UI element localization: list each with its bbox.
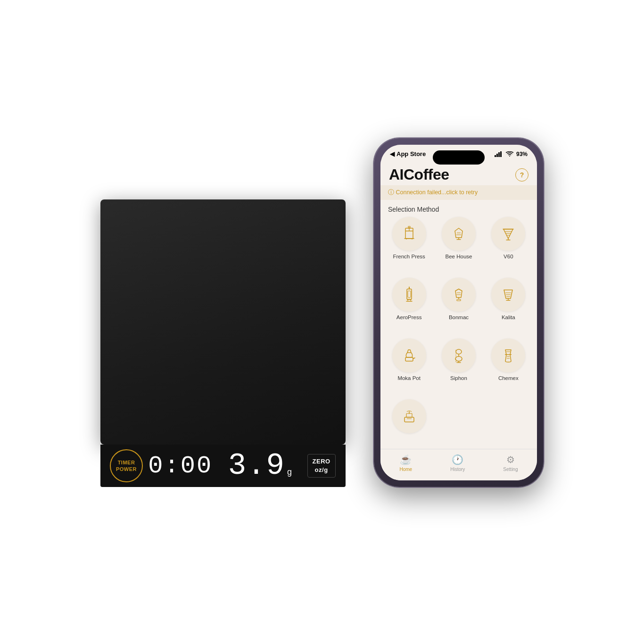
chemex-label: Chemex bbox=[498, 375, 519, 381]
moka-pot-icon-circle bbox=[392, 339, 426, 372]
bottom-nav: ☕ Home 🕐 History ⚙ Setting bbox=[380, 449, 537, 480]
kalita-label: Kalita bbox=[502, 314, 515, 320]
svg-rect-31 bbox=[457, 299, 461, 301]
phone-screen: ◀ App Store bbox=[380, 145, 537, 480]
french-press-label: French Press bbox=[393, 254, 425, 259]
brew-item-bonmac[interactable]: Bonmac bbox=[437, 278, 480, 333]
chemex-icon bbox=[499, 346, 518, 365]
aeropress-label: AeroPress bbox=[396, 314, 422, 320]
zero-label: ZERO bbox=[313, 457, 330, 466]
setting-nav-icon: ⚙ bbox=[506, 454, 515, 465]
svg-rect-22 bbox=[408, 291, 411, 297]
bee-house-icon bbox=[449, 224, 468, 243]
help-button[interactable]: ? bbox=[515, 168, 528, 182]
nav-home[interactable]: ☕ Home bbox=[400, 454, 413, 472]
brew-item-french-press[interactable]: French Press bbox=[387, 217, 431, 272]
timer-label: TIMER bbox=[118, 459, 135, 466]
brew-item-bee-house[interactable]: Bee House bbox=[437, 217, 480, 272]
brew-grid: French Press bbox=[380, 217, 537, 449]
svg-rect-49 bbox=[405, 417, 414, 422]
app-header: AICoffee ? bbox=[380, 163, 537, 185]
weight-display: 3.9 g bbox=[228, 449, 292, 483]
brew-item-chemex[interactable]: Chemex bbox=[487, 339, 530, 394]
connection-bar[interactable]: ⓘ Connection failed...click to retry bbox=[380, 185, 537, 200]
scale-panel: TIMER POWER 0:00 3.9 g ZERO oz/g bbox=[100, 445, 346, 487]
power-label: POWER bbox=[116, 466, 137, 472]
app-title: AICoffee bbox=[389, 166, 449, 183]
timer-display: 0:00 bbox=[148, 452, 213, 480]
french-press-icon bbox=[400, 224, 419, 243]
v60-label: V60 bbox=[504, 254, 513, 259]
unit-label: oz/g bbox=[315, 466, 328, 474]
svg-rect-2 bbox=[498, 152, 500, 157]
section-label: Selection Method bbox=[380, 204, 537, 217]
siphon-label: Siphon bbox=[450, 375, 467, 381]
signal-icon bbox=[495, 151, 503, 157]
nav-history[interactable]: 🕐 History bbox=[450, 454, 465, 472]
home-nav-label: Home bbox=[400, 467, 413, 472]
aeropress-icon-circle bbox=[392, 278, 426, 312]
connection-message: ⓘ Connection failed...click to retry bbox=[388, 189, 478, 197]
battery-label: 93% bbox=[516, 151, 528, 157]
svg-rect-0 bbox=[495, 155, 496, 157]
v60-icon-circle bbox=[491, 217, 525, 251]
kalita-icon bbox=[499, 285, 518, 304]
coffee-scale: TIMER POWER 0:00 3.9 g ZERO oz/g bbox=[100, 199, 346, 487]
app-content: AICoffee ? ⓘ Connection failed...click t… bbox=[380, 163, 537, 480]
status-right: 93% bbox=[495, 151, 528, 157]
bee-house-label: Bee House bbox=[446, 254, 472, 259]
svg-point-39 bbox=[456, 349, 462, 354]
kalita-icon-circle bbox=[491, 278, 525, 312]
scale-body bbox=[100, 199, 346, 445]
wifi-icon bbox=[506, 151, 513, 157]
moka-pot-label: Moka Pot bbox=[397, 375, 421, 381]
brew-item-siphon[interactable]: Siphon bbox=[437, 339, 480, 394]
svg-rect-3 bbox=[500, 151, 502, 157]
siphon-icon-circle bbox=[442, 339, 476, 372]
bonmac-icon bbox=[449, 285, 468, 304]
back-arrow-icon: ◀ bbox=[390, 150, 395, 157]
phone-outer: ◀ App Store bbox=[374, 138, 544, 487]
timer-power-button[interactable]: TIMER POWER bbox=[110, 449, 143, 482]
v60-icon bbox=[499, 224, 518, 243]
app-store-back-label[interactable]: App Store bbox=[396, 150, 426, 157]
dynamic-island bbox=[433, 150, 485, 165]
bonmac-icon-circle bbox=[442, 278, 476, 312]
display-section: 0:00 3.9 g ZERO oz/g bbox=[148, 449, 336, 483]
brew-item-v60[interactable]: V60 bbox=[487, 217, 530, 272]
bee-house-icon-circle bbox=[442, 217, 476, 251]
history-nav-label: History bbox=[450, 467, 465, 472]
help-icon: ? bbox=[520, 171, 524, 179]
french-press-icon-circle bbox=[392, 217, 426, 251]
bonmac-label: Bonmac bbox=[449, 314, 469, 320]
nav-setting[interactable]: ⚙ Setting bbox=[503, 454, 518, 472]
scale-brew-icon bbox=[400, 407, 419, 426]
svg-rect-1 bbox=[496, 154, 498, 157]
brew-item-scale[interactable] bbox=[387, 399, 431, 449]
chemex-icon-circle bbox=[491, 339, 525, 372]
scale-icon-circle bbox=[392, 399, 426, 433]
history-nav-icon: 🕐 bbox=[452, 454, 463, 465]
moka-pot-icon bbox=[400, 346, 419, 365]
home-nav-icon: ☕ bbox=[400, 454, 412, 465]
brew-item-kalita[interactable]: Kalita bbox=[487, 278, 530, 333]
brew-item-moka-pot[interactable]: Moka Pot bbox=[387, 339, 431, 394]
zero-unit-button[interactable]: ZERO oz/g bbox=[307, 454, 336, 478]
brew-item-aeropress[interactable]: AeroPress bbox=[387, 278, 431, 333]
weight-unit: g bbox=[287, 467, 292, 477]
aeropress-icon bbox=[400, 285, 419, 304]
siphon-icon bbox=[449, 346, 468, 365]
setting-nav-label: Setting bbox=[503, 467, 518, 472]
status-left: ◀ App Store bbox=[390, 150, 426, 157]
weight-value: 3.9 bbox=[228, 449, 285, 483]
svg-rect-50 bbox=[406, 413, 412, 417]
svg-point-41 bbox=[455, 356, 462, 361]
scene: TIMER POWER 0:00 3.9 g ZERO oz/g bbox=[100, 138, 544, 487]
svg-rect-37 bbox=[405, 357, 413, 361]
phone: ◀ App Store bbox=[374, 138, 544, 487]
